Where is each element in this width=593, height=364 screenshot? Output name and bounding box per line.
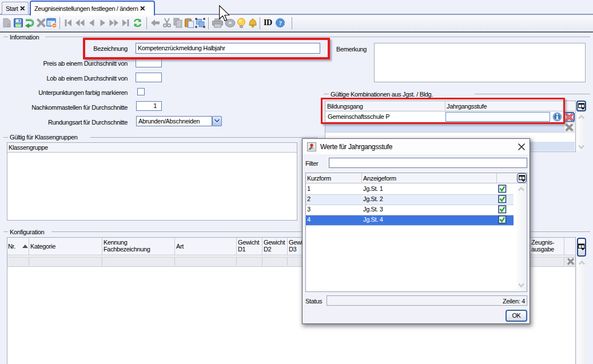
svg-text:?: ? xyxy=(278,19,281,26)
